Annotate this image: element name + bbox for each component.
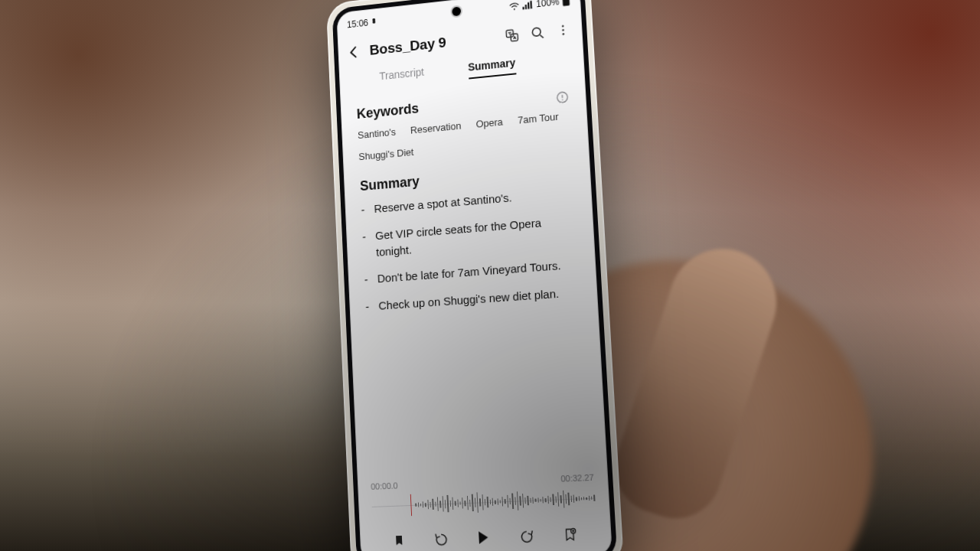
translate-button[interactable]: [501, 24, 522, 46]
battery-percent: 100%: [536, 0, 560, 9]
summary-item: Check up on Shuggi's new diet plan.: [365, 284, 581, 315]
svg-point-9: [532, 28, 541, 37]
phone-screen: 15:06: [336, 0, 612, 551]
rewind-button[interactable]: [430, 527, 453, 551]
summary-item: Don't be late for 7am Vineyard Tours.: [364, 256, 579, 288]
summary-list: Reserve a spot at Santino's. Get VIP cir…: [361, 184, 580, 315]
svg-point-0: [514, 8, 515, 10]
page-title: Boss_Day 9: [369, 29, 497, 59]
signal-icon: [522, 0, 533, 10]
svg-point-13: [562, 33, 564, 35]
svg-rect-1: [523, 7, 524, 10]
search-button[interactable]: [528, 22, 548, 44]
keywords-heading: Keywords: [356, 101, 419, 122]
phone-frame: 15:06: [326, 0, 624, 551]
svg-point-12: [562, 29, 564, 31]
audio-player: 00:00.0 00:32.27: [358, 472, 612, 551]
wifi-icon: [509, 2, 520, 11]
content-area: Keywords Santino's Reser: [340, 67, 598, 316]
svg-line-10: [540, 34, 543, 38]
svg-rect-2: [525, 5, 527, 9]
svg-rect-6: [563, 0, 570, 6]
play-button[interactable]: [472, 526, 495, 550]
forward-button[interactable]: [514, 524, 539, 549]
svg-point-16: [562, 99, 564, 100]
info-icon[interactable]: [555, 90, 570, 105]
back-button[interactable]: [344, 41, 364, 64]
mic-indicator-icon: [373, 21, 376, 24]
bookmark-add-button[interactable]: [557, 523, 582, 547]
keyword-chip[interactable]: Shuggi's Diet: [358, 146, 414, 162]
background-photo: 15:06: [0, 0, 980, 551]
status-time: 15:06: [347, 18, 369, 30]
svg-rect-4: [531, 1, 533, 9]
svg-rect-3: [528, 2, 530, 9]
play-icon: [479, 531, 488, 544]
time-current: 00:00.0: [371, 481, 398, 491]
bookmark-button[interactable]: [387, 528, 410, 551]
keyword-chip[interactable]: Opera: [475, 116, 503, 130]
more-options-button[interactable]: [553, 19, 573, 41]
battery-icon: [562, 0, 570, 7]
svg-point-11: [562, 25, 564, 28]
summary-item: Get VIP circle seats for the Opera tonig…: [362, 211, 578, 261]
time-total: 00:32.27: [560, 472, 594, 483]
